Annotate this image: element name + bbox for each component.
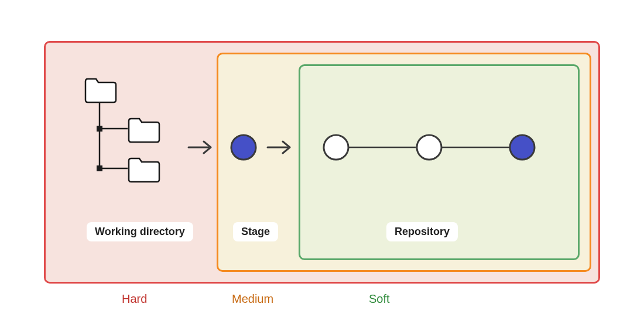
svg-rect-1 — [97, 126, 102, 132]
svg-rect-2 — [97, 165, 102, 171]
commit-mid — [417, 135, 441, 160]
folder-icon — [85, 79, 116, 102]
medium-mode-label: Medium — [232, 292, 273, 306]
stage-label: Stage — [233, 222, 278, 241]
arrow-right-icon — [266, 139, 294, 156]
working-directory-tree — [76, 73, 193, 184]
svg-point-6 — [231, 135, 256, 160]
staged-commit — [229, 133, 258, 161]
diagram-canvas: Working directory Stage Repository Hard … — [0, 0, 644, 335]
folder-icon — [129, 119, 159, 142]
commit-head — [510, 135, 535, 160]
repository-label: Repository — [386, 222, 458, 241]
commit-old — [324, 135, 348, 160]
soft-mode-label: Soft — [369, 292, 390, 306]
folder-icon — [129, 158, 159, 182]
repository-commit-chain — [322, 133, 562, 161]
working-directory-label: Working directory — [87, 222, 193, 241]
arrow-right-icon — [187, 139, 215, 156]
hard-mode-label: Hard — [122, 292, 147, 306]
